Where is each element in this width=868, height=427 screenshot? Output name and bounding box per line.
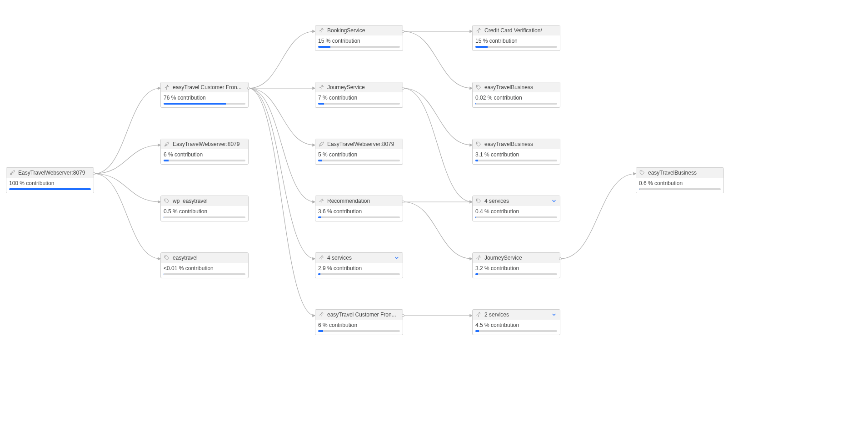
node-type-icon xyxy=(318,84,324,90)
output-port xyxy=(402,87,404,90)
node-body: 0.02 % contribution xyxy=(473,92,560,107)
svg-point-10 xyxy=(477,143,478,144)
node-header[interactable]: 4 services xyxy=(473,196,560,206)
node-header[interactable]: EasyTravelWebserver:8079 xyxy=(6,168,94,178)
node-title: Credit Card Verification/ xyxy=(484,27,557,34)
db-icon xyxy=(475,141,482,147)
service-node-c2n3[interactable]: EasyTravelWebserver:80795 % contribution xyxy=(315,139,403,165)
contribution-bar-fill xyxy=(475,160,478,161)
node-title: easyTravelBusiness xyxy=(648,170,721,176)
feather-icon xyxy=(164,141,170,147)
contribution-bar xyxy=(164,160,245,161)
node-title: BookingService xyxy=(327,27,400,34)
service-node-c3n3[interactable]: easyTravelBusiness3.1 % contribution xyxy=(472,139,560,165)
node-header[interactable]: JourneyService xyxy=(315,82,403,92)
db-icon xyxy=(639,170,645,176)
svg-point-7 xyxy=(322,312,323,313)
chevron-down-icon[interactable] xyxy=(551,311,557,318)
node-header[interactable]: EasyTravelWebserver:8079 xyxy=(315,139,403,149)
node-body: 0.4 % contribution xyxy=(473,206,560,221)
node-header[interactable]: 4 services xyxy=(315,253,403,263)
node-title: easyTravelBusiness xyxy=(484,84,557,90)
db-icon xyxy=(164,198,170,204)
node-contribution-label: 0.6 % contribution xyxy=(639,180,721,186)
service-node-c3n6[interactable]: 2 services4.5 % contribution xyxy=(472,309,560,335)
node-header[interactable]: wp_easytravel xyxy=(161,196,248,206)
node-header[interactable]: Credit Card Verification/ xyxy=(473,25,560,35)
contribution-bar xyxy=(318,273,400,275)
service-node-root[interactable]: EasyTravelWebserver:8079100 % contributi… xyxy=(6,167,94,193)
contribution-bar-fill xyxy=(9,188,91,190)
runner-icon xyxy=(318,198,324,204)
node-header[interactable]: EasyTravelWebserver:8079 xyxy=(161,139,248,149)
node-header[interactable]: BookingService xyxy=(315,25,403,35)
node-contribution-label: 76 % contribution xyxy=(164,95,245,101)
node-contribution-label: 2.9 % contribution xyxy=(318,265,400,271)
node-body: 0.6 % contribution xyxy=(636,178,723,193)
node-header[interactable]: easyTravelBusiness xyxy=(473,139,560,149)
node-body: 6 % contribution xyxy=(315,320,403,335)
runner-icon xyxy=(164,84,170,90)
contribution-bar-fill xyxy=(164,216,164,218)
service-node-c3n5[interactable]: JourneyService3.2 % contribution xyxy=(472,252,560,278)
node-body: 15 % contribution xyxy=(473,35,560,50)
contribution-bar-fill xyxy=(475,216,476,218)
node-header[interactable]: easyTravelBusiness xyxy=(473,82,560,92)
node-body: 3.2 % contribution xyxy=(473,263,560,278)
node-header[interactable]: easyTravel Customer Fron... xyxy=(161,82,248,92)
node-title: easytravel xyxy=(173,255,245,261)
service-node-c3n2[interactable]: easyTravelBusiness0.02 % contribution xyxy=(472,82,560,108)
flow-edge xyxy=(94,88,160,174)
flow-edge xyxy=(249,88,315,316)
service-node-c4n1[interactable]: easyTravelBusiness0.6 % contribution xyxy=(636,167,724,193)
runner-icon xyxy=(318,311,324,318)
flow-edge xyxy=(94,174,160,259)
svg-point-14 xyxy=(641,171,642,172)
node-header[interactable]: JourneyService xyxy=(473,253,560,263)
output-port xyxy=(402,30,404,33)
service-node-c2n5[interactable]: 4 services2.9 % contribution xyxy=(315,252,403,278)
service-node-c2n6[interactable]: easyTravel Customer Fron...6 % contribut… xyxy=(315,309,403,335)
node-contribution-label: 6 % contribution xyxy=(318,322,400,328)
node-body: 3.1 % contribution xyxy=(473,149,560,164)
svg-point-1 xyxy=(165,200,166,201)
service-node-c1n4[interactable]: easytravel<0.01 % contribution xyxy=(160,252,249,278)
node-header[interactable]: Recommendation xyxy=(315,196,403,206)
contribution-bar xyxy=(164,103,245,105)
node-contribution-label: 3.2 % contribution xyxy=(475,265,557,271)
chevron-down-icon[interactable] xyxy=(551,198,557,204)
node-type-icon xyxy=(164,84,170,90)
svg-point-4 xyxy=(322,85,323,86)
svg-point-0 xyxy=(167,85,168,86)
flow-edge xyxy=(249,88,315,145)
service-node-c3n4[interactable]: 4 services0.4 % contribution xyxy=(472,196,560,221)
contribution-bar-fill xyxy=(475,330,479,332)
node-body: 3.6 % contribution xyxy=(315,206,403,221)
service-node-c1n2[interactable]: EasyTravelWebserver:80796 % contribution xyxy=(160,139,249,165)
service-node-c2n2[interactable]: JourneyService7 % contribution xyxy=(315,82,403,108)
node-contribution-label: 15 % contribution xyxy=(318,38,400,44)
node-title: JourneyService xyxy=(327,84,400,90)
node-type-icon xyxy=(475,27,482,34)
node-header[interactable]: easytravel xyxy=(161,253,248,263)
node-header[interactable]: easyTravelBusiness xyxy=(636,168,723,178)
node-header[interactable]: easyTravel Customer Fron... xyxy=(315,310,403,320)
contribution-bar xyxy=(318,160,400,161)
node-contribution-label: <0.01 % contribution xyxy=(164,265,245,271)
node-header[interactable]: 2 services xyxy=(473,310,560,320)
service-node-c3n1[interactable]: Credit Card Verification/15 % contributi… xyxy=(472,25,560,51)
flow-edge xyxy=(249,88,315,202)
runner-icon xyxy=(475,27,482,34)
contribution-bar-fill xyxy=(318,160,322,161)
contribution-bar xyxy=(475,216,557,218)
contribution-bar-fill xyxy=(164,103,226,105)
chevron-down-icon[interactable] xyxy=(394,255,400,261)
service-node-c2n4[interactable]: Recommendation3.6 % contribution xyxy=(315,196,403,221)
service-node-c1n3[interactable]: wp_easytravel0.5 % contribution xyxy=(160,196,249,221)
service-node-c1n1[interactable]: easyTravel Customer Fron...76 % contribu… xyxy=(160,82,249,108)
node-type-icon xyxy=(318,141,324,147)
output-port xyxy=(402,201,404,203)
service-node-c2n1[interactable]: BookingService15 % contribution xyxy=(315,25,403,51)
runner-icon xyxy=(318,255,324,261)
db-icon xyxy=(475,84,482,90)
